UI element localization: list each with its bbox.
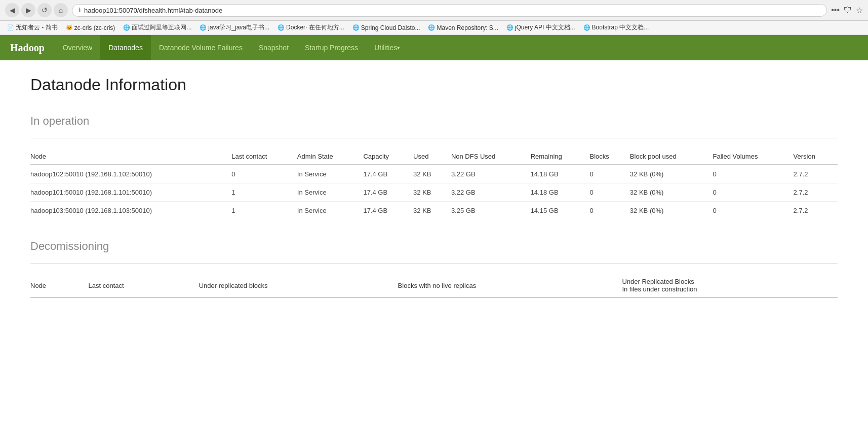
cell-node: hadoop101:50010 (192.168.1.101:50010)	[30, 183, 231, 202]
decom-column-header: Blocks with no live replicas	[398, 274, 622, 298]
column-header: Remaining	[531, 149, 590, 165]
shield-icon[interactable]: 🛡	[844, 6, 852, 15]
table-row: hadoop102:50010 (192.168.1.102:50010)0In…	[30, 165, 838, 183]
table-row: hadoop103:50010 (192.168.1.103:50010)1In…	[30, 202, 838, 220]
nav-link-snapshot[interactable]: Snapshot	[251, 35, 297, 60]
cell-failed_volumes: 0	[713, 165, 794, 183]
cell-last_contact: 1	[231, 183, 297, 202]
decom-column-header: Under Replicated Blocks In files under c…	[622, 274, 838, 298]
bookmark-item[interactable]: 🌐面试过阿里等互联网...	[120, 22, 194, 33]
nav-buttons[interactable]: ◀ ▶ ↺ ⌂	[5, 3, 68, 17]
cell-remaining: 14.18 GB	[531, 183, 590, 202]
cell-version: 2.7.2	[794, 183, 838, 202]
cell-failed_volumes: 0	[713, 183, 794, 202]
url-text: hadoop101:50070/dfshealth.html#tab-datan…	[84, 7, 222, 14]
in-operation-table: NodeLast contactAdmin StateCapacityUsedN…	[30, 149, 838, 219]
cell-used: 32 KB	[413, 165, 451, 183]
column-header: Capacity	[363, 149, 413, 165]
page-title: Datanode Information	[30, 76, 838, 94]
column-header: Version	[794, 149, 838, 165]
cell-used: 32 KB	[413, 202, 451, 220]
more-icon[interactable]: •••	[831, 6, 840, 15]
cell-blocks: 0	[590, 183, 630, 202]
navbar-brand: Hadoop	[10, 42, 45, 54]
decom-column-header: Node	[30, 274, 88, 298]
column-header: Blocks	[590, 149, 630, 165]
cell-admin_state: In Service	[297, 202, 364, 220]
column-header: Block pool used	[630, 149, 713, 165]
decomissioning-divider	[30, 263, 838, 264]
decom-column-header: Under replicated blocks	[199, 274, 398, 298]
column-header: Failed Volumes	[713, 149, 794, 165]
cell-non_dfs_used: 3.22 GB	[451, 183, 531, 202]
back-button[interactable]: ◀	[5, 3, 19, 17]
section-divider	[30, 138, 838, 138]
bookmark-icon: 🐱	[66, 24, 73, 31]
bookmark-item[interactable]: 🌐java学习_java电子书...	[196, 22, 272, 33]
column-header: Used	[413, 149, 451, 165]
nav-link-datanode-volume-failures[interactable]: Datanode Volume Failures	[151, 35, 251, 60]
column-header: Non DFS Used	[451, 149, 531, 165]
cell-node: hadoop103:50010 (192.168.1.103:50010)	[30, 202, 231, 220]
bookmark-icon: 🌐	[352, 24, 360, 31]
bookmark-icon: 🌐	[428, 24, 435, 31]
bookmark-item[interactable]: 🌐Spring Cloud Dalsto...	[349, 23, 423, 32]
cell-node: hadoop102:50010 (192.168.1.102:50010)	[30, 165, 231, 183]
cell-admin_state: In Service	[297, 165, 364, 183]
forward-button[interactable]: ▶	[21, 3, 35, 17]
table-row: hadoop101:50010 (192.168.1.101:50010)1In…	[30, 183, 838, 202]
cell-blocks: 0	[590, 165, 630, 183]
cell-block_pool_used: 32 KB (0%)	[630, 202, 713, 220]
main-content: Datanode Information In operation NodeLa…	[0, 60, 868, 344]
cell-non_dfs_used: 3.25 GB	[451, 202, 531, 220]
reload-button[interactable]: ↺	[37, 3, 52, 17]
browser-actions: ••• 🛡 ☆	[831, 6, 863, 15]
bookmarks-bar: 📄无知者云 - 简书🐱zc-cris (zc-cris)🌐面试过阿里等互联网..…	[0, 21, 868, 35]
nav-links: OverviewDatanodesDatanode Volume Failure…	[55, 35, 408, 60]
nav-link-utilities[interactable]: Utilities	[366, 35, 408, 60]
cell-block_pool_used: 32 KB (0%)	[630, 183, 713, 202]
cell-used: 32 KB	[413, 183, 451, 202]
cell-last_contact: 1	[231, 202, 297, 220]
bookmark-item[interactable]: 🐱zc-cris (zc-cris)	[63, 23, 119, 32]
cell-capacity: 17.4 GB	[363, 165, 413, 183]
bookmark-item[interactable]: 🌐Docker· 在任何地方...	[274, 22, 347, 33]
bookmark-icon: 🌐	[583, 24, 590, 31]
cell-remaining: 14.18 GB	[531, 165, 590, 183]
bookmark-icon: 🌐	[200, 24, 207, 31]
in-operation-section: In operation NodeLast contactAdmin State…	[30, 115, 838, 219]
cell-block_pool_used: 32 KB (0%)	[630, 165, 713, 183]
decomissioning-title: Decomissioning	[30, 240, 838, 253]
bookmark-item[interactable]: 📄无知者云 - 简书	[4, 22, 61, 33]
in-operation-title: In operation	[30, 115, 838, 128]
app-navbar: Hadoop OverviewDatanodesDatanode Volume …	[0, 35, 868, 60]
nav-link-startup-progress[interactable]: Startup Progress	[297, 35, 366, 60]
bookmark-icon: 🌐	[506, 24, 514, 31]
cell-capacity: 17.4 GB	[363, 202, 413, 220]
nav-link-datanodes[interactable]: Datanodes	[100, 35, 151, 60]
address-bar[interactable]: ℹ hadoop101:50070/dfshealth.html#tab-dat…	[72, 4, 827, 17]
bookmark-item[interactable]: 🌐jQuery API 中文文档...	[503, 22, 578, 33]
cell-version: 2.7.2	[794, 165, 838, 183]
lock-icon: ℹ	[78, 7, 81, 14]
column-header: Node	[30, 149, 231, 165]
cell-non_dfs_used: 3.22 GB	[451, 165, 531, 183]
cell-failed_volumes: 0	[713, 202, 794, 220]
cell-version: 2.7.2	[794, 202, 838, 220]
bookmark-item[interactable]: 🌐Bootstrap 中文文档...	[580, 22, 652, 33]
bookmark-icon: 📄	[7, 24, 14, 31]
browser-toolbar: ◀ ▶ ↺ ⌂ ℹ hadoop101:50070/dfshealth.html…	[0, 0, 868, 21]
column-header: Admin State	[297, 149, 364, 165]
nav-link-overview[interactable]: Overview	[55, 35, 100, 60]
column-header: Last contact	[231, 149, 297, 165]
bookmark-icon: 🌐	[278, 24, 285, 31]
cell-last_contact: 0	[231, 165, 297, 183]
bookmark-icon: 🌐	[123, 24, 130, 31]
decomissioning-table: NodeLast contactUnder replicated blocksB…	[30, 274, 838, 308]
decomissioning-section: Decomissioning NodeLast contactUnder rep…	[30, 240, 838, 308]
cell-remaining: 14.15 GB	[531, 202, 590, 220]
home-button[interactable]: ⌂	[54, 3, 68, 17]
star-icon[interactable]: ☆	[856, 6, 863, 15]
cell-capacity: 17.4 GB	[363, 183, 413, 202]
bookmark-item[interactable]: 🌐Maven Repository: S...	[425, 23, 501, 32]
